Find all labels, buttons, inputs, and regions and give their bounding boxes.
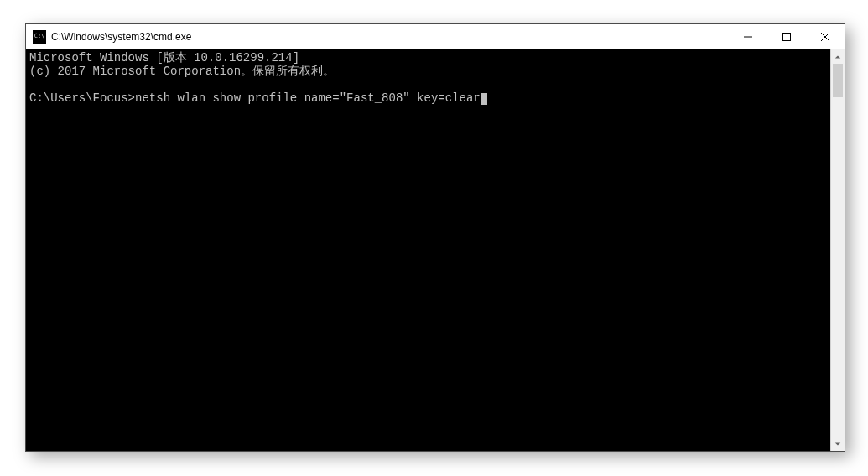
close-icon [821,33,829,41]
maximize-button[interactable] [767,24,806,49]
titlebar[interactable]: C:\Windows\system32\cmd.exe [26,24,845,49]
output-line: (c) 2017 Microsoft Corporation。保留所有权利。 [29,65,335,78]
window-title: C:\Windows\system32\cmd.exe [51,31,729,43]
minimize-icon [744,33,752,41]
scroll-down-button[interactable] [831,437,845,451]
maximize-icon [782,33,791,41]
close-button[interactable] [806,24,845,49]
scroll-thumb[interactable] [833,64,843,97]
chevron-up-icon [834,54,841,60]
client-area: Microsoft Windows [版本 10.0.16299.214] (c… [26,49,845,451]
vertical-scrollbar[interactable] [830,49,845,451]
cmd-window: C:\Windows\system32\cmd.exe Microsoft Wi… [25,23,845,452]
text-cursor [481,93,487,105]
output-line: Microsoft Windows [版本 10.0.16299.214] [29,51,299,65]
scroll-up-button[interactable] [831,49,845,64]
prompt: C:\Users\Focus> [29,91,135,105]
chevron-down-icon [834,441,841,448]
command-text: netsh wlan show profile name="Fast_808" … [135,91,481,105]
cmd-icon [33,30,46,44]
window-controls [729,24,845,49]
minimize-button[interactable] [729,24,767,49]
scroll-track[interactable] [831,64,845,437]
prompt-line: C:\Users\Focus>netsh wlan show profile n… [29,91,487,105]
svg-rect-1 [783,33,791,40]
terminal-output[interactable]: Microsoft Windows [版本 10.0.16299.214] (c… [26,49,830,451]
